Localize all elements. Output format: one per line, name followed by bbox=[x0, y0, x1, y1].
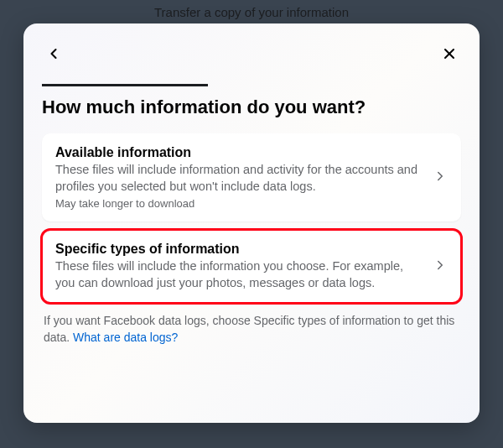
progress-indicator bbox=[42, 84, 208, 86]
chevron-right-icon bbox=[433, 258, 448, 276]
back-button[interactable] bbox=[42, 42, 65, 65]
option-specific-types[interactable]: Specific types of information These file… bbox=[42, 230, 461, 303]
option-content: Available information These files will i… bbox=[55, 145, 423, 210]
hint-text: If you want Facebook data logs, choose S… bbox=[42, 313, 461, 346]
modal-header bbox=[42, 42, 461, 65]
modal-dialog: How much information do you want? Availa… bbox=[23, 23, 480, 423]
modal-title: How much information do you want? bbox=[42, 96, 461, 118]
option-available-information[interactable]: Available information These files will i… bbox=[42, 133, 461, 221]
option-description: These files will include the information… bbox=[55, 258, 423, 291]
chevron-right-icon bbox=[433, 169, 448, 187]
close-button[interactable] bbox=[438, 42, 461, 65]
option-description: These files will include information and… bbox=[55, 162, 423, 195]
close-icon bbox=[441, 45, 458, 62]
option-note: May take longer to download bbox=[55, 197, 423, 210]
option-title: Available information bbox=[55, 145, 423, 160]
data-logs-link[interactable]: What are data logs? bbox=[73, 331, 178, 344]
background-page-title: Transfer a copy of your information bbox=[0, 5, 503, 19]
option-title: Specific types of information bbox=[55, 242, 423, 257]
chevron-left-icon bbox=[45, 45, 62, 62]
option-content: Specific types of information These file… bbox=[55, 242, 423, 291]
